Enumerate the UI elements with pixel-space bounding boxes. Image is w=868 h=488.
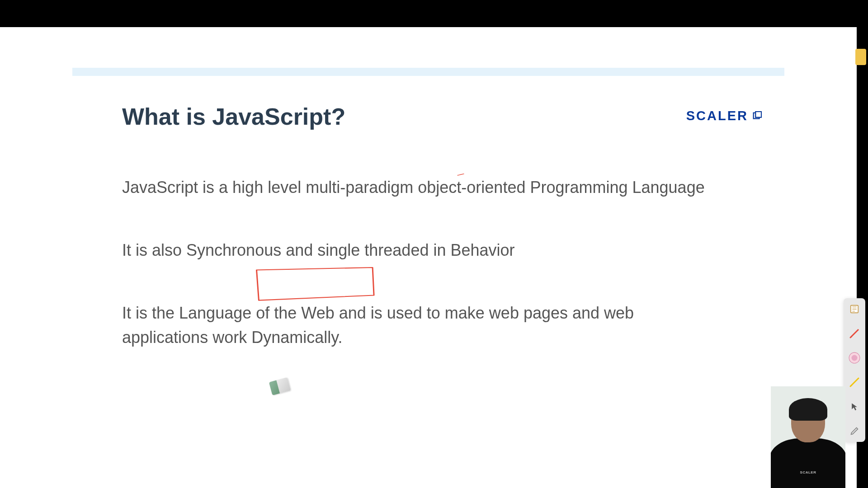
presenter-webcam: SCALER <box>771 386 845 488</box>
red-pen-tool-button[interactable] <box>847 326 862 341</box>
presentation-viewport: SCALER What is JavaScript? JavaScript is… <box>0 27 857 488</box>
slide-title: What is JavaScript? <box>72 103 784 130</box>
cursor-tool-button[interactable] <box>847 399 862 414</box>
svg-rect-1 <box>755 111 761 117</box>
annotation-toolbar <box>844 298 865 442</box>
slide-paragraph-1: JavaScript is a high level multi-paradig… <box>72 175 784 200</box>
eraser-cursor-icon <box>269 377 291 395</box>
accent-bar <box>72 68 784 76</box>
brand-icon <box>752 111 762 121</box>
select-tool-button[interactable] <box>847 302 862 316</box>
slide-paragraph-3: It is the Language of the Web and is use… <box>72 301 784 350</box>
svg-point-4 <box>852 355 858 361</box>
brand-logo: SCALER <box>686 108 762 123</box>
slide: SCALER What is JavaScript? JavaScript is… <box>0 27 857 368</box>
pencil-tool-button[interactable] <box>847 424 862 438</box>
presenter-silhouette: SCALER <box>771 402 845 488</box>
yellow-pen-tool-button[interactable] <box>847 375 862 389</box>
eraser-tool-button[interactable] <box>847 351 862 365</box>
webcam-badge: SCALER <box>800 470 816 474</box>
slide-paragraph-2: It is also Synchronous and single thread… <box>72 238 784 263</box>
toolbar-collapse-button[interactable] <box>855 49 866 65</box>
brand-name: SCALER <box>686 108 748 123</box>
